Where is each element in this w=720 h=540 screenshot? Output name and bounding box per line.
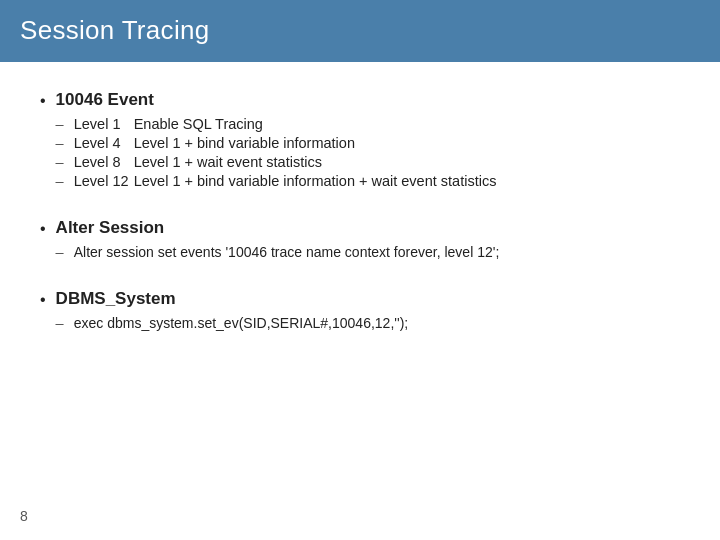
level-label-1: Level 1 xyxy=(74,116,134,132)
section-1-title: 10046 Event xyxy=(56,90,680,110)
level-desc-8: Level 1 + wait event statistics xyxy=(134,154,322,170)
section-3-body: DBMS_System – exec dbms_system.set_ev(SI… xyxy=(56,289,680,334)
section-3-subitems: – exec dbms_system.set_ev(SID,SERIAL#,10… xyxy=(56,315,680,331)
list-item: – Alter session set events '10046 trace … xyxy=(56,244,680,260)
alter-session-code: Alter session set events '10046 trace na… xyxy=(74,244,500,260)
list-item: – Level 4 Level 1 + bind variable inform… xyxy=(56,135,680,151)
section-2-subitems: – Alter session set events '10046 trace … xyxy=(56,244,680,260)
list-item: – Level 8 Level 1 + wait event statistic… xyxy=(56,154,680,170)
level-desc-4: Level 1 + bind variable information xyxy=(134,135,355,151)
level-label-8: Level 8 xyxy=(74,154,134,170)
bullet-2: • xyxy=(40,220,46,238)
dash-icon: – xyxy=(56,116,64,132)
section-3-title: DBMS_System xyxy=(56,289,680,309)
dash-icon: – xyxy=(56,154,64,170)
bullet-3: • xyxy=(40,291,46,309)
level-desc-12: Level 1 + bind variable information + wa… xyxy=(134,173,497,189)
dbms-system-code: exec dbms_system.set_ev(SID,SERIAL#,1004… xyxy=(74,315,409,331)
list-item: – exec dbms_system.set_ev(SID,SERIAL#,10… xyxy=(56,315,680,331)
page-title: Session Tracing xyxy=(20,15,209,46)
dash-icon: – xyxy=(56,173,64,189)
section-2-title: Alter Session xyxy=(56,218,680,238)
level-label-4: Level 4 xyxy=(74,135,134,151)
section-alter-session: • Alter Session – Alter session set even… xyxy=(40,218,680,263)
dash-icon: – xyxy=(56,135,64,151)
dash-icon: – xyxy=(56,315,64,331)
list-item: – Level 1 Enable SQL Tracing xyxy=(56,116,680,132)
content-area: • 10046 Event – Level 1 Enable SQL Traci… xyxy=(0,62,720,380)
section-1-subitems: – Level 1 Enable SQL Tracing – Level 4 L… xyxy=(56,116,680,189)
section-2-body: Alter Session – Alter session set events… xyxy=(56,218,680,263)
list-item: – Level 12 Level 1 + bind variable infor… xyxy=(56,173,680,189)
level-desc-1: Enable SQL Tracing xyxy=(134,116,263,132)
dash-icon: – xyxy=(56,244,64,260)
section-1-body: 10046 Event – Level 1 Enable SQL Tracing… xyxy=(56,90,680,192)
bullet-1: • xyxy=(40,92,46,110)
page-number: 8 xyxy=(20,508,28,524)
header: Session Tracing xyxy=(0,0,720,62)
section-10046-event: • 10046 Event – Level 1 Enable SQL Traci… xyxy=(40,90,680,192)
level-label-12: Level 12 xyxy=(74,173,134,189)
section-dbms-system: • DBMS_System – exec dbms_system.set_ev(… xyxy=(40,289,680,334)
